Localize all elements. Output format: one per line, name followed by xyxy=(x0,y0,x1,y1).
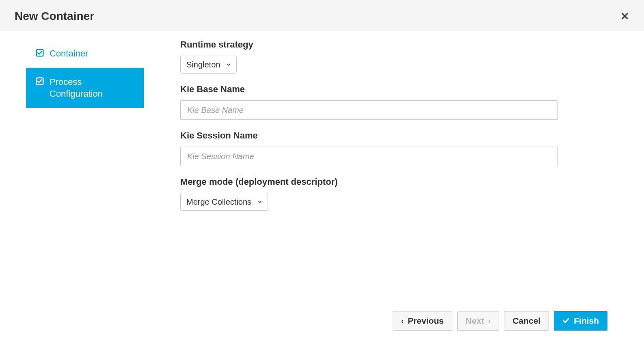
step-label: Container xyxy=(50,48,88,60)
select-value: Singleton xyxy=(186,60,220,69)
kie-session-name-input[interactable] xyxy=(180,147,558,166)
form-panel: Runtime strategy Singleton Kie Base Name… xyxy=(180,39,558,221)
check-icon xyxy=(36,77,44,85)
merge-mode-label: Merge mode (deployment descriptor) xyxy=(180,177,558,187)
chevron-down-icon xyxy=(226,62,231,67)
runtime-strategy-group: Runtime strategy Singleton xyxy=(180,39,558,74)
wizard-steps: Container Process Configuration xyxy=(26,39,144,221)
kie-base-name-group: Kie Base Name xyxy=(180,84,558,120)
runtime-strategy-select[interactable]: Singleton xyxy=(180,56,237,74)
check-icon xyxy=(36,49,44,57)
merge-mode-select[interactable]: Merge Collections xyxy=(180,193,268,211)
kie-session-name-group: Kie Session Name xyxy=(180,130,558,166)
step-container[interactable]: Container xyxy=(26,39,144,68)
merge-mode-group: Merge mode (deployment descriptor) Merge… xyxy=(180,177,558,211)
kie-base-name-label: Kie Base Name xyxy=(180,84,558,95)
close-icon[interactable]: ✕ xyxy=(620,11,629,22)
step-process-configuration[interactable]: Process Configuration xyxy=(26,68,144,108)
dialog-body: Container Process Configuration Runtime … xyxy=(0,31,644,238)
dialog-header: New Container ✕ xyxy=(0,0,644,31)
step-label: Process Configuration xyxy=(50,76,134,100)
kie-session-name-label: Kie Session Name xyxy=(180,130,558,141)
chevron-down-icon xyxy=(257,199,263,205)
select-value: Merge Collections xyxy=(186,197,251,207)
runtime-strategy-label: Runtime strategy xyxy=(180,39,558,50)
dialog-title: New Container xyxy=(15,10,94,23)
kie-base-name-input[interactable] xyxy=(180,100,558,120)
